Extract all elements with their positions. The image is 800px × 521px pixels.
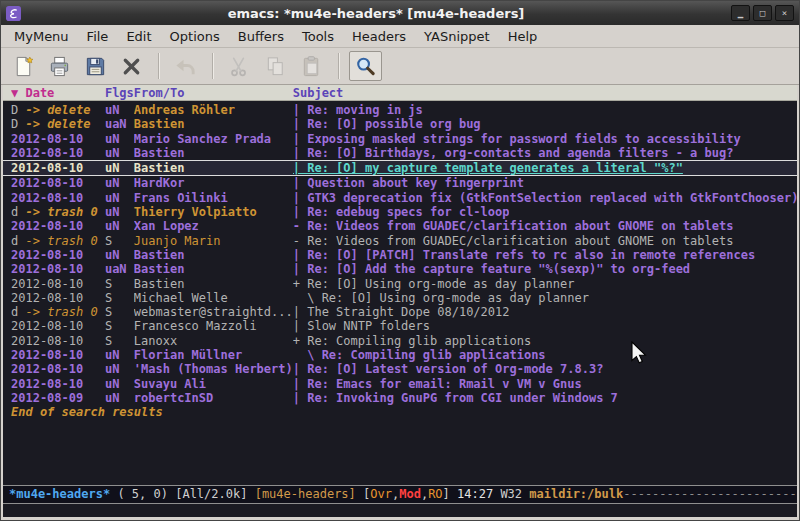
toolbar-separator xyxy=(338,53,339,79)
menu-help[interactable]: Help xyxy=(499,27,547,46)
message-row[interactable]: 2012-08-10uaNBastien| Re: [O] Add the ca… xyxy=(3,262,797,276)
message-date: D -> delete xyxy=(11,117,105,131)
message-date: 2012-08-10 xyxy=(11,362,105,376)
message-row[interactable]: 2012-08-10SFrancesco Mazzoli| Slow NNTP … xyxy=(3,319,797,333)
message-row[interactable]: 2012-08-10uNBastien| Re: [O] my capture … xyxy=(3,160,797,176)
minimize-button[interactable]: ▁ xyxy=(731,5,750,21)
message-row[interactable]: d -> trash 0Swebmaster@straightd...| The… xyxy=(3,305,797,319)
message-row[interactable]: 2012-08-10uNFlorian Müllner \ Re: Compil… xyxy=(3,348,797,362)
message-flags: uN xyxy=(105,146,134,160)
message-from: Michael Welle xyxy=(134,291,293,305)
message-row[interactable]: 2012-08-10SLanoxx+ Re: Compiling glib ap… xyxy=(3,334,797,348)
message-date: 2012-08-10 xyxy=(11,377,105,391)
column-header-date[interactable]: ▼ Date xyxy=(11,85,105,101)
title-bar[interactable]: emacs: *mu4e-headers* [mu4e-headers] ▁□× xyxy=(1,1,799,25)
menu-yasnippet[interactable]: YASnippet xyxy=(415,27,499,46)
message-subject: | Slow NNTP folders xyxy=(293,319,430,333)
menu-edit[interactable]: Edit xyxy=(117,27,160,46)
message-subject: - Re: Videos from GUADEC/clarification a… xyxy=(293,219,734,233)
message-from: Thierry Volpiatto xyxy=(134,205,293,219)
modeline-time: 14:27 xyxy=(457,487,500,501)
modeline-dashes: ----------------------------------------… xyxy=(623,487,797,501)
print-icon[interactable] xyxy=(43,51,76,81)
message-flags: uN xyxy=(105,391,134,405)
message-from: Andreas Röhler xyxy=(134,103,293,117)
menu-options[interactable]: Options xyxy=(161,27,229,46)
maximize-button[interactable]: □ xyxy=(753,5,772,21)
new-file-icon[interactable] xyxy=(7,51,40,81)
message-subject: | Re: [O] Add the capture feature "%(sex… xyxy=(293,262,690,276)
message-flags: S xyxy=(105,319,134,333)
message-flags: uN xyxy=(105,205,134,219)
message-row[interactable]: 2012-08-10uNBastien| Re: [O] Birthdays, … xyxy=(3,146,797,160)
message-row[interactable]: d -> trash 0SJuanjo Marin- Re: Videos fr… xyxy=(3,234,797,248)
header-line: ▼ DateFlgsFrom/ToSubject xyxy=(3,85,797,101)
message-from: HardKor xyxy=(134,176,293,190)
message-from: Bastien xyxy=(134,262,293,276)
message-flags: S xyxy=(105,291,134,305)
message-row[interactable]: 2012-08-10uNMario Sanchez Prada| Exposin… xyxy=(3,132,797,146)
message-row[interactable]: D -> deleteuNAndreas Röhler| Re: moving … xyxy=(3,103,797,117)
column-header-from[interactable]: From/To xyxy=(134,85,293,101)
menu-tools[interactable]: Tools xyxy=(293,27,343,46)
message-row[interactable]: 2012-08-09uNrobertcInSD| Re: Invoking Gn… xyxy=(3,391,797,405)
message-row[interactable]: d -> trash 0uNThierry Volpiatto| Re: ede… xyxy=(3,205,797,219)
column-header-subject[interactable]: Subject xyxy=(293,85,344,101)
message-from: Bastien xyxy=(134,248,293,262)
headers-buffer[interactable]: D -> deleteuNAndreas Röhler| Re: moving … xyxy=(3,101,797,485)
save-icon[interactable] xyxy=(79,51,112,81)
message-flags: uN xyxy=(105,103,134,117)
message-from: Mario Sanchez Prada xyxy=(134,132,293,146)
message-subject: | Re: [O] [PATCH] Translate refs to rc a… xyxy=(293,248,755,262)
message-subject: + Re: Compiling glib applications xyxy=(293,334,531,348)
message-from: Bastien xyxy=(134,117,293,131)
message-from: Bastien xyxy=(134,277,293,291)
window-controls: ▁□× xyxy=(731,5,794,21)
undo-icon xyxy=(169,51,202,81)
close-buffer-icon[interactable] xyxy=(115,51,148,81)
message-flags: S xyxy=(105,277,134,291)
menu-mymenu[interactable]: MyMenu xyxy=(5,27,78,46)
message-row[interactable]: 2012-08-10SBastien+ Re: [O] Using org-mo… xyxy=(3,277,797,291)
message-date: 2012-08-10 xyxy=(11,176,105,190)
message-date: 2012-08-10 xyxy=(11,248,105,262)
message-from: Lanoxx xyxy=(134,334,293,348)
message-row[interactable]: 2012-08-10SMichael Welle \ Re: [O] Using… xyxy=(3,291,797,305)
mode-line: *mu4e-headers* ( 5, 0) [All/2.0k] [mu4e-… xyxy=(3,485,797,504)
menu-file[interactable]: File xyxy=(78,27,118,46)
menu-headers[interactable]: Headers xyxy=(343,27,415,46)
modeline-plain: W32 xyxy=(500,487,529,501)
message-row[interactable]: 2012-08-10uNSuvayu Ali| Re: Emacs for em… xyxy=(3,377,797,391)
message-from: Xan Lopez xyxy=(134,219,293,233)
modeline-plain: ] xyxy=(443,487,457,501)
message-from: Bastien xyxy=(134,146,293,160)
menu-buffers[interactable]: Buffers xyxy=(229,27,293,46)
message-subject: + Re: [O] Using org-mode as day planner xyxy=(293,277,575,291)
toolbar xyxy=(1,48,799,85)
cut-icon xyxy=(223,51,256,81)
message-subject: | The Straight Dope 08/10/2012 xyxy=(293,305,510,319)
toolbar-separator xyxy=(158,53,159,79)
message-date: 2012-08-10 xyxy=(11,132,105,146)
message-row[interactable]: 2012-08-10uNBastien| Re: [O] [PATCH] Tra… xyxy=(3,248,797,262)
message-subject: | Re: Emacs for email: Rmail v VM v Gnus xyxy=(293,377,582,391)
close-button[interactable]: × xyxy=(775,5,794,21)
message-subject: - Re: Videos from GUADEC/clarification a… xyxy=(293,234,734,248)
message-row[interactable]: 2012-08-10uNFrans Oilinki| GTK3 deprecat… xyxy=(3,191,797,205)
message-from: robertcInSD xyxy=(134,391,293,405)
paste-icon xyxy=(295,51,328,81)
message-row[interactable]: 2012-08-10uN'Mash (Thomas Herbert)| Re: … xyxy=(3,362,797,376)
search-icon[interactable] xyxy=(349,51,382,81)
message-from: 'Mash (Thomas Herbert) xyxy=(134,362,293,376)
message-row[interactable]: D -> deleteuaNBastien| Re: [O] possible … xyxy=(3,117,797,131)
message-row[interactable]: 2012-08-10uNXan Lopez- Re: Videos from G… xyxy=(3,219,797,233)
message-flags: S xyxy=(105,234,134,248)
message-date: 2012-08-10 xyxy=(11,348,105,362)
message-from: Florian Müllner xyxy=(134,348,293,362)
emacs-window: emacs: *mu4e-headers* [mu4e-headers] ▁□×… xyxy=(0,0,800,521)
message-date: 2012-08-09 xyxy=(11,391,105,405)
message-date: 2012-08-10 xyxy=(11,146,105,160)
message-flags: uN xyxy=(105,161,134,175)
column-header-flags[interactable]: Flgs xyxy=(105,85,134,101)
message-row[interactable]: 2012-08-10uNHardKor| Question about key … xyxy=(3,176,797,190)
